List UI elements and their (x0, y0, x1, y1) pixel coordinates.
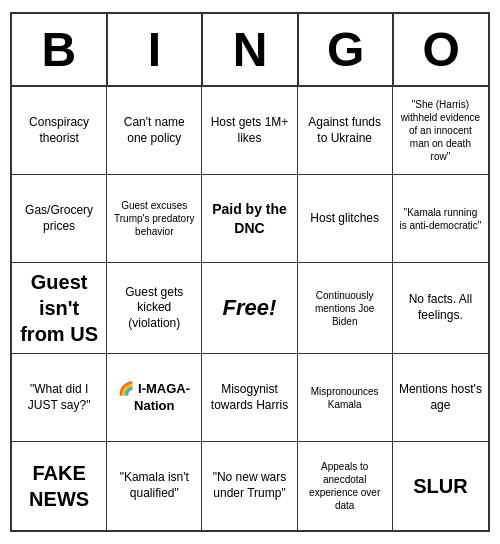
bingo-cell-23: Appeals to anecdotal experience over dat… (298, 442, 393, 530)
bingo-cell-1: Can't name one policy (107, 87, 202, 175)
bingo-letter-b: B (12, 14, 108, 85)
cell-text-3: Against funds to Ukraine (304, 115, 386, 146)
bingo-cell-7: Paid by the DNC (202, 175, 297, 263)
bingo-card: BINGO Conspiracy theoristCan't name one … (10, 12, 490, 532)
bingo-cell-9: "Kamala running is anti-democratic" (393, 175, 488, 263)
bingo-cell-20: FAKE NEWS (12, 442, 107, 530)
bingo-cell-19: Mentions host's age (393, 354, 488, 442)
bingo-cell-24: SLUR (393, 442, 488, 530)
bingo-letter-i: I (108, 14, 204, 85)
bingo-cell-8: Host glitches (298, 175, 393, 263)
bingo-cell-0: Conspiracy theorist (12, 87, 107, 175)
cell-text-19: Mentions host's age (399, 382, 482, 413)
cell-text-1: Can't name one policy (113, 115, 195, 146)
cell-text-17: Misogynist towards Harris (208, 382, 290, 413)
cell-text-22: "No new wars under Trump" (208, 470, 290, 501)
bingo-cell-10: Guest isn't from US (12, 263, 107, 354)
bingo-header: BINGO (12, 14, 488, 87)
cell-text-6: Guest excuses Trump's predatory behavior (113, 199, 195, 238)
bingo-letter-g: G (299, 14, 395, 85)
cell-text-11: Guest gets kicked (violation) (113, 285, 195, 332)
bingo-cell-15: "What did I JUST say?" (12, 354, 107, 442)
cell-text-9: "Kamala running is anti-democratic" (399, 206, 482, 232)
cell-text-2: Host gets 1M+ likes (208, 115, 290, 146)
bingo-cell-12: Free! (202, 263, 297, 354)
cell-text-12: Free! (223, 294, 277, 323)
cell-text-7: Paid by the DNC (208, 200, 290, 236)
cell-text-5: Gas/Grocery prices (18, 203, 100, 234)
bingo-cell-13: Continuously mentions Joe Biden (298, 263, 393, 354)
cell-text-15: "What did I JUST say?" (18, 382, 100, 413)
cell-text-21: "Kamala isn't qualified" (113, 470, 195, 501)
bingo-cell-16: 🌈 I-MAGA-Nation (107, 354, 202, 442)
bingo-cell-22: "No new wars under Trump" (202, 442, 297, 530)
bingo-cell-2: Host gets 1M+ likes (202, 87, 297, 175)
cell-text-24: SLUR (413, 473, 467, 499)
cell-text-18: Mispronounces Kamala (304, 385, 386, 411)
cell-text-20: FAKE NEWS (18, 460, 100, 512)
bingo-cell-11: Guest gets kicked (violation) (107, 263, 202, 354)
bingo-cell-21: "Kamala isn't qualified" (107, 442, 202, 530)
cell-text-14: No facts. All feelings. (399, 292, 482, 323)
cell-text-23: Appeals to anecdotal experience over dat… (304, 460, 386, 512)
bingo-letter-o: O (394, 14, 488, 85)
bingo-cell-4: "She (Harris) withheld evidence of an in… (393, 87, 488, 175)
bingo-cell-6: Guest excuses Trump's predatory behavior (107, 175, 202, 263)
bingo-cell-18: Mispronounces Kamala (298, 354, 393, 442)
cell-text-13: Continuously mentions Joe Biden (304, 289, 386, 328)
cell-text-4: "She (Harris) withheld evidence of an in… (399, 98, 482, 163)
bingo-letter-n: N (203, 14, 299, 85)
cell-text-10: Guest isn't from US (18, 269, 100, 347)
cell-text-8: Host glitches (310, 211, 379, 227)
cell-text-16: 🌈 I-MAGA-Nation (113, 381, 195, 415)
bingo-cell-5: Gas/Grocery prices (12, 175, 107, 263)
bingo-cell-3: Against funds to Ukraine (298, 87, 393, 175)
bingo-grid: Conspiracy theoristCan't name one policy… (12, 87, 488, 530)
bingo-cell-17: Misogynist towards Harris (202, 354, 297, 442)
bingo-cell-14: No facts. All feelings. (393, 263, 488, 354)
cell-text-0: Conspiracy theorist (18, 115, 100, 146)
